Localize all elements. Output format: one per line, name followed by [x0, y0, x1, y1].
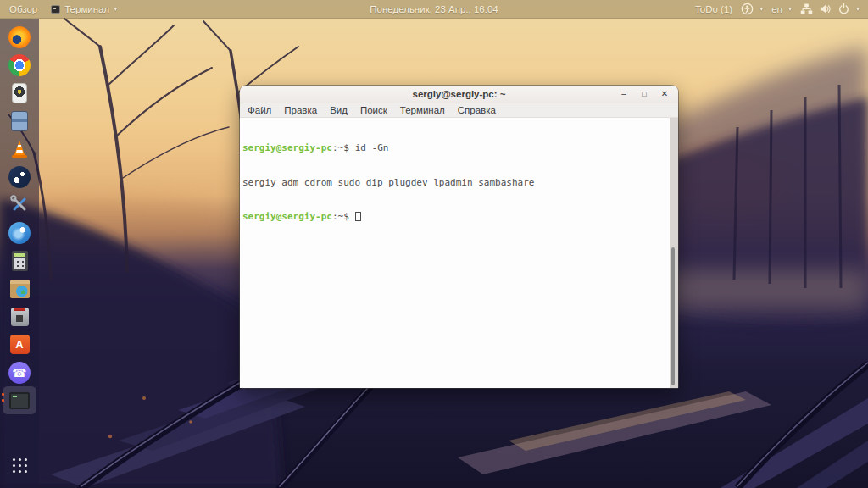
terminal-icon [9, 392, 30, 409]
maximize-button[interactable]: □ [637, 88, 651, 101]
app-menu-label: Терминал [64, 4, 109, 14]
transmission-icon [11, 308, 29, 326]
thunderbird-icon [8, 222, 31, 244]
dock-item-terminal[interactable] [3, 386, 36, 414]
menu-edit[interactable]: Правка [284, 105, 317, 115]
dock-item-audio-player[interactable] [3, 79, 36, 107]
power-icon [837, 3, 850, 15]
dock-item-transmission[interactable] [3, 302, 36, 330]
dock-item-package-manager[interactable] [3, 274, 36, 302]
language-label: en [771, 4, 782, 14]
accessibility-icon [741, 3, 754, 15]
volume-icon [819, 3, 832, 15]
window-titlebar[interactable]: sergiy@sergiy-pc: ~ – □ ✕ [240, 86, 678, 103]
chevron-down-icon: ▾ [114, 5, 117, 13]
dock-item-ubuntu-software[interactable]: A [3, 330, 36, 358]
dock-item-file-cabinet[interactable] [3, 107, 36, 135]
command-output: sergiy adm cdrom sudo dip plugdev lpadmi… [242, 177, 534, 188]
menu-view[interactable]: Вид [330, 105, 348, 115]
steam-icon [8, 166, 31, 188]
vlc-cone-icon [8, 138, 31, 160]
command-text: id -Gn [355, 142, 389, 153]
app-menu[interactable]: Терминал ▾ [51, 4, 117, 14]
software-bag-icon: A [10, 335, 30, 354]
software-bag-letter: A [15, 338, 23, 351]
terminal-content: sergiy@sergiy-pc:~$id -Gn sergiy adm cdr… [240, 118, 678, 388]
dock-item-viber[interactable]: ☎ [3, 358, 36, 386]
chevron-down-icon: ▾ [788, 5, 792, 13]
window-controls: – □ ✕ [617, 88, 678, 101]
dock-item-thunderbird[interactable] [3, 219, 36, 247]
keyboard-layout-menu[interactable]: en ▾ [771, 4, 792, 14]
dots-grid-icon [19, 464, 21, 467]
dock-item-firefox[interactable] [3, 23, 36, 51]
wired-network-icon [800, 3, 813, 15]
menu-file[interactable]: Файл [248, 105, 271, 115]
box-globe-icon [10, 280, 30, 298]
top-bar: Обзор Терминал ▾ Понедельник, 23 Апр., 1… [0, 0, 868, 19]
terminal-text-area[interactable]: sergiy@sergiy-pc:~$id -Gn sergiy adm cdr… [240, 118, 670, 388]
viber-phone-glyph: ☎ [12, 367, 26, 379]
prompt-user: sergiy@sergiy-pc [242, 142, 332, 153]
minimize-button[interactable]: – [617, 88, 631, 101]
prompt-suffix: :~$ [332, 211, 349, 222]
terminal-window: sergiy@sergiy-pc: ~ – □ ✕ Файл Правка Ви… [240, 86, 678, 388]
system-menu[interactable]: ▾ [800, 3, 860, 15]
dock-item-chrome[interactable] [3, 51, 36, 79]
crossed-tools-icon [8, 194, 31, 216]
close-button[interactable]: ✕ [658, 88, 671, 101]
running-indicator [2, 393, 4, 402]
terminal-cursor [355, 212, 361, 221]
show-applications-button[interactable] [3, 451, 36, 480]
accessibility-menu[interactable]: ▾ [741, 3, 763, 15]
file-cabinet-icon [11, 111, 28, 131]
activities-button[interactable]: Обзор [8, 4, 39, 14]
menu-terminal[interactable]: Терминал [400, 105, 445, 115]
terminal-line: sergiy@sergiy-pc:~$ [242, 211, 670, 223]
dock-item-steam[interactable] [3, 163, 36, 191]
prompt-suffix: :~$ [332, 142, 349, 153]
chevron-down-icon: ▾ [856, 5, 860, 13]
dock-item-tweak-tools[interactable] [3, 191, 36, 219]
dock-item-vlc[interactable] [3, 135, 36, 163]
firefox-icon [8, 26, 31, 48]
terminal-scrollbar[interactable] [670, 118, 678, 388]
menu-search[interactable]: Поиск [360, 105, 387, 115]
menu-help[interactable]: Справка [458, 105, 496, 115]
terminal-menubar: Файл Правка Вид Поиск Терминал Справка [240, 103, 678, 118]
terminal-mini-icon [51, 5, 60, 14]
window-title: sergiy@sergiy-pc: ~ [240, 89, 678, 99]
dock-item-calculator[interactable] [3, 247, 36, 274]
chevron-down-icon: ▾ [760, 5, 763, 13]
prompt-user: sergiy@sergiy-pc [242, 211, 332, 222]
chrome-icon [8, 54, 31, 76]
viber-phone-icon: ☎ [8, 362, 31, 384]
terminal-line: sergiy adm cdrom sudo dip plugdev lpadmi… [242, 177, 670, 189]
terminal-line: sergiy@sergiy-pc:~$id -Gn [242, 142, 670, 154]
speaker-box-icon [12, 83, 27, 103]
scrollbar-thumb[interactable] [671, 247, 675, 385]
clock[interactable]: Понедельник, 23 Апр., 16:04 [370, 4, 498, 14]
calculator-icon [12, 251, 28, 271]
launcher-dock: A ☎ [0, 19, 39, 488]
todo-indicator[interactable]: ToDo (1) [695, 4, 732, 14]
